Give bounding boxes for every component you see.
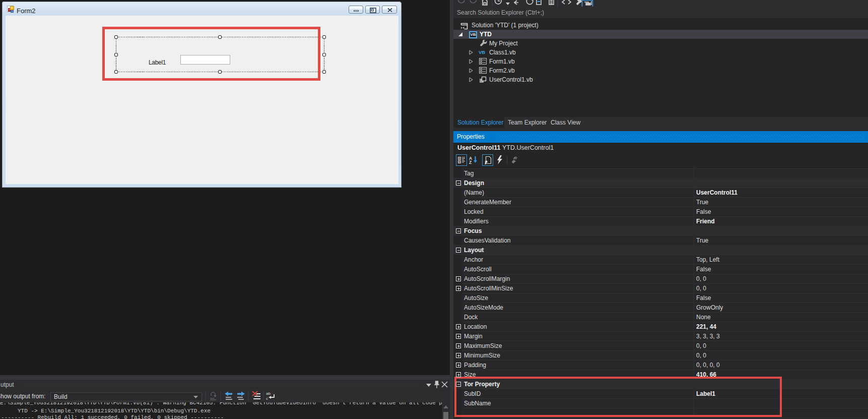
svg-text:Z: Z [469, 160, 472, 164]
svg-text:ab: ab [266, 391, 271, 396]
svg-text:c: c [266, 396, 268, 401]
